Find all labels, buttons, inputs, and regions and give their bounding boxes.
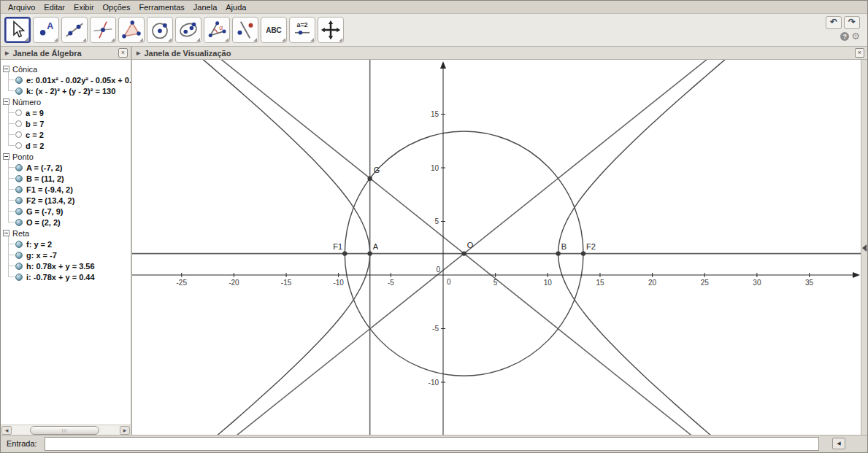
settings-gear-icon[interactable]: ⚙ (851, 31, 860, 41)
point-F1[interactable] (342, 251, 347, 255)
visibility-marble-icon[interactable] (15, 164, 23, 171)
point-label-F2: F2 (586, 242, 596, 251)
tree-section-ponto[interactable]: Ponto (3, 151, 131, 162)
conic-tool-button[interactable] (175, 17, 201, 43)
visibility-marble-icon[interactable] (15, 208, 23, 215)
move-graphics-view-tool-button[interactable] (318, 17, 344, 43)
algebra-collapse-icon[interactable]: ▶ (5, 50, 9, 56)
scrollbar-thumb[interactable]: ||| (30, 426, 99, 435)
point-B[interactable] (556, 251, 560, 255)
tool-dropdown-icon[interactable] (82, 38, 86, 42)
tree-collapse-box-icon[interactable] (3, 98, 9, 105)
text-tool-button[interactable]: ABC (261, 17, 287, 43)
tool-dropdown-icon[interactable] (196, 38, 200, 42)
graphics-view[interactable]: -25-20-15-10-55101520253035-10-55101500F… (132, 60, 861, 435)
visibility-circle-icon[interactable] (15, 131, 22, 138)
perpendicular-line-tool-button[interactable] (90, 17, 116, 43)
algebra-item[interactable]: g: x = -7 (8, 249, 131, 260)
svg-text:ABC: ABC (266, 26, 282, 34)
visibility-circle-icon[interactable] (15, 120, 22, 127)
tool-dropdown-icon[interactable] (253, 38, 257, 42)
tool-dropdown-icon[interactable] (139, 38, 143, 42)
algebra-item[interactable]: i: -0.78x + y = 0.44 (8, 271, 131, 282)
input-field[interactable] (45, 437, 819, 451)
algebra-item[interactable]: A = (-7, 2) (8, 162, 131, 173)
algebra-item[interactable]: k: (x - 2)² + (y - 2)² = 130 (8, 85, 131, 96)
tree-collapse-box-icon[interactable] (3, 230, 9, 236)
tool-dropdown-icon[interactable] (111, 38, 115, 42)
tool-dropdown-icon[interactable] (225, 38, 228, 42)
visibility-circle-icon[interactable] (15, 109, 22, 116)
menu-ferramentas[interactable]: Ferramentas (134, 2, 188, 12)
tool-dropdown-icon[interactable] (282, 38, 285, 42)
graphics-collapse-icon[interactable]: ▶ (137, 50, 140, 56)
algebra-hscrollbar[interactable]: ◀ ||| ▶ (1, 425, 131, 435)
visibility-marble-icon[interactable] (15, 186, 23, 193)
algebra-item[interactable]: c = 2 (8, 129, 131, 140)
visibility-marble-icon[interactable] (15, 77, 23, 84)
tree-section-label: Reta (12, 229, 29, 238)
visibility-circle-icon[interactable] (15, 142, 22, 149)
tool-dropdown-icon[interactable] (54, 38, 58, 42)
algebra-item[interactable]: a = 9 (8, 107, 131, 118)
tree-section-numero[interactable]: Número (3, 96, 131, 107)
undo-button[interactable]: ↶ (826, 16, 842, 29)
menu-editar[interactable]: Editar (39, 2, 69, 12)
algebra-item[interactable]: h: 0.78x + y = 3.56 (8, 260, 131, 271)
visibility-marble-icon[interactable] (15, 241, 23, 248)
angle-tool-button[interactable]: α (204, 17, 230, 43)
reflect-tool-button[interactable] (232, 17, 258, 43)
algebra-item[interactable]: d = 2 (8, 140, 131, 151)
visibility-marble-icon[interactable] (15, 274, 23, 281)
help-icon[interactable]: ? (840, 32, 849, 41)
tree-section-reta[interactable]: Reta (3, 228, 131, 239)
algebra-item[interactable]: e: 0.01x² - 0.02y² - 0.05x + 0. (8, 74, 131, 85)
graphics-close-button[interactable]: × (855, 48, 864, 58)
visibility-marble-icon[interactable] (15, 88, 23, 95)
hyperbola-e-right-branch[interactable] (558, 60, 861, 437)
line-i[interactable] (132, 60, 861, 437)
point-F2[interactable] (581, 251, 585, 255)
algebra-close-button[interactable]: × (118, 48, 128, 58)
visibility-marble-icon[interactable] (15, 263, 23, 270)
point-G[interactable] (367, 177, 372, 181)
algebra-item[interactable]: F2 = (13.4, 2) (8, 195, 131, 206)
point-O[interactable] (461, 251, 466, 255)
menu-janela[interactable]: Janela (189, 2, 221, 12)
algebra-item[interactable]: B = (11, 2) (8, 173, 131, 184)
tree-section-conica[interactable]: Cônica (3, 63, 131, 74)
visibility-marble-icon[interactable] (15, 175, 23, 182)
slider-tool-button[interactable]: a=2 (289, 17, 315, 43)
algebra-item-text: a = 9 (26, 109, 44, 117)
scrollbar-left-arrow[interactable]: ◀ (1, 426, 12, 435)
line-h[interactable] (132, 60, 861, 437)
redo-button[interactable]: ↷ (844, 16, 860, 29)
circle-center-point-tool-button[interactable] (147, 17, 173, 43)
visibility-marble-icon[interactable] (15, 197, 23, 204)
input-help-toggle-button[interactable]: ◀ (832, 438, 845, 449)
polygon-tool-button[interactable] (118, 17, 145, 43)
tree-collapse-box-icon[interactable] (3, 66, 9, 72)
collapse-left-arrow-icon[interactable] (862, 244, 867, 252)
algebra-item[interactable]: O = (2, 2) (8, 217, 131, 228)
tool-dropdown-icon[interactable] (168, 38, 172, 42)
scrollbar-right-arrow[interactable]: ▶ (120, 426, 130, 435)
point-A[interactable] (367, 251, 372, 255)
visibility-marble-icon[interactable] (15, 252, 23, 259)
algebra-item[interactable]: b = 7 (8, 118, 131, 129)
tool-dropdown-icon[interactable] (310, 38, 314, 42)
move-tool-button[interactable] (4, 17, 31, 43)
menu-ajuda[interactable]: Ajuda (221, 2, 250, 12)
algebra-item[interactable]: G = (-7, 9) (8, 206, 131, 217)
tool-dropdown-icon[interactable] (339, 38, 342, 42)
menu-exibir[interactable]: Exibir (69, 2, 99, 12)
visibility-marble-icon[interactable] (15, 219, 23, 226)
menu-arquivo[interactable]: Arquivo (4, 2, 39, 12)
menu-opcoes[interactable]: Opções (99, 2, 135, 12)
point-tool-button[interactable]: A (33, 17, 59, 43)
algebra-item[interactable]: f: y = 2 (8, 239, 131, 249)
tree-collapse-box-icon[interactable] (3, 153, 9, 160)
algebra-item[interactable]: F1 = (-9.4, 2) (8, 184, 131, 195)
tool-dropdown-icon[interactable] (25, 37, 28, 41)
line-tool-button[interactable] (61, 17, 88, 43)
